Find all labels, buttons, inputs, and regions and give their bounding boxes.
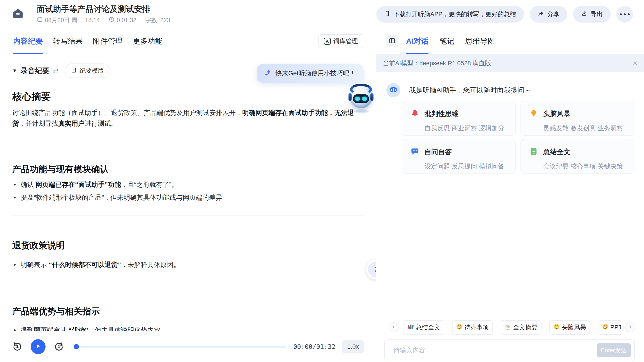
forward-1s-button[interactable]: 1 (54, 341, 64, 352)
share-icon (538, 10, 544, 18)
chevron-right-icon (628, 324, 632, 330)
bulb-icon (529, 109, 538, 119)
card-brainstorm[interactable]: 头脑风暴 灵感发散 激发创意 业务洞察 (520, 101, 634, 136)
chip-label: PPT大纲 (610, 323, 621, 332)
swap-icon: ⇄ (53, 67, 58, 75)
card-subtitle: 会议纪要 核心事项 关键决策 (543, 162, 626, 171)
chip-ppt-outline[interactable]: PPT大纲 (598, 320, 621, 335)
document-meta: 08月20日 周三 18:14 0:01:32 字数: 223 (37, 16, 170, 24)
chip-summarize-full[interactable]: 总结全文 (404, 320, 444, 335)
card-critical-thinking[interactable]: 批判性思维 自我反思 商业洞察 逻辑加分 (402, 101, 516, 136)
card-subtitle: 自我反思 商业洞察 逻辑加分 (424, 124, 507, 133)
duration-item: 0:01:32 (109, 16, 136, 24)
svg-text:1: 1 (58, 344, 60, 349)
bullet-item: 确认 网页端已存在“面试助手”功能，且“之前就有了”。 (12, 179, 364, 190)
playback-speed-button[interactable]: 1.0x (342, 340, 364, 354)
chips-scroll-right-button[interactable] (625, 322, 635, 332)
section-heading: 退货政策说明 (12, 240, 364, 250)
memo-icon (505, 324, 511, 332)
assistant-greeting: 我是听脑AI助手，您可以随时向我提问～ (376, 83, 644, 97)
home-logo-button[interactable] (12, 8, 24, 21)
download-icon (581, 10, 588, 18)
tab-notes[interactable]: 笔记 (440, 28, 454, 54)
card-title: 批判性思维 (424, 109, 458, 118)
model-banner: 当前AI模型：deepseek R1 0528 满血版 × (376, 54, 644, 72)
template-doc-icon (71, 67, 77, 75)
chip-full-abstract[interactable]: 全文摘要 (501, 320, 542, 335)
tips-tooltip[interactable]: 快来Get听脑使用小技巧吧！ (257, 64, 364, 83)
clock-icon (109, 16, 114, 24)
right-panel: AI对话 笔记 思维导图 当前AI模型：deepseek R1 0528 满血版… (376, 28, 644, 362)
robot-headphone-band (350, 84, 372, 95)
robot-ear-right (370, 93, 374, 101)
card-title: 自问自答 (424, 148, 452, 156)
header: 面试助手等产品讨论及测试安排 08月20日 周三 18:14 0:01:32 字… (0, 0, 644, 28)
rewind-1s-button[interactable]: 1 (12, 341, 23, 352)
share-label: 分享 (547, 10, 560, 18)
quick-prompt-chips: 总结全文 待办事项 全文摘要 头脑风暴 PPT大纲 (376, 320, 644, 335)
robot-ear-left (348, 93, 352, 101)
caret-down-icon: ▼ (12, 68, 17, 74)
tab-attachments[interactable]: 附件管理 (93, 28, 123, 54)
card-self-qa[interactable]: 自问自答 设定问题 反思提问 模拟问答 (402, 139, 516, 174)
download-app-button[interactable]: 下载打开听脑APP，更快的转写，更好的总结 (376, 6, 524, 22)
banner-close-button[interactable]: × (633, 59, 638, 67)
card-title: 头脑风暴 (543, 109, 570, 118)
sparkle-icon (264, 69, 272, 78)
divider (12, 284, 364, 284)
chevron-left-icon (391, 324, 396, 330)
seek-bar[interactable] (74, 346, 286, 348)
section-bullets: 提到网页端有其 “优势”，但未具体说明优势内容。 (12, 325, 364, 331)
chip-brainstorm[interactable]: 头脑风暴 (549, 320, 590, 335)
chip-todo[interactable]: 待办事项 (452, 320, 493, 335)
tab-mindmap[interactable]: 思维导图 (465, 28, 495, 54)
card-summarize[interactable]: 总结全文 会议纪要 核心事项 关键决策 (520, 139, 634, 174)
glossary-label: 词库管理 (334, 37, 358, 45)
word-count: 字数: 223 (145, 16, 170, 24)
bell-icon (410, 109, 419, 119)
summary-type-selector[interactable]: ▼ 录音纪要 ⇄ (12, 66, 58, 76)
glossary-manage-button[interactable]: 词库管理 (318, 34, 363, 48)
more-button[interactable] (616, 6, 633, 22)
export-label: 导出 (590, 10, 603, 18)
play-button[interactable] (31, 339, 46, 354)
robot-eye (355, 97, 360, 101)
tab-content-summary[interactable]: 内容纪要 (13, 28, 43, 54)
play-icon (35, 343, 42, 350)
chips-scroll-left-button[interactable] (388, 322, 399, 332)
card-title: 总结全文 (543, 148, 570, 156)
card-subtitle: 设定问题 反思提问 模拟问答 (424, 162, 507, 171)
summary-paragraph: 讨论围绕产品功能（面试助手）、退货政策、产品端优势及用户测试安排展开，明确网页端… (12, 107, 364, 129)
list-icon (529, 147, 538, 157)
page-title: 面试助手等产品讨论及测试安排 (37, 4, 170, 14)
tab-more-features[interactable]: 更多功能 (133, 28, 162, 54)
toggle-panel-button[interactable] (386, 35, 398, 47)
bullet-item: 提到网页端有其 “优势”，但未具体说明优势内容。 (12, 325, 364, 331)
card-subtitle: 灵感发散 激发创意 业务洞察 (543, 124, 626, 133)
tab-ai-chat[interactable]: AI对话 (406, 28, 428, 54)
tooltip-text: 快来Get听脑使用小技巧吧！ (276, 69, 356, 78)
section-heading: 产品端优势与相关指示 (12, 306, 364, 316)
more-dots-icon (620, 13, 630, 15)
phone-icon (384, 10, 390, 18)
smiley-icon (553, 324, 560, 332)
divider (12, 215, 364, 216)
share-button[interactable]: 分享 (530, 6, 567, 22)
export-button[interactable]: 导出 (573, 6, 611, 22)
chat-input[interactable] (394, 347, 597, 354)
right-tab-bar: AI对话 笔记 思维导图 (376, 28, 644, 54)
date-item: 08月20日 周三 18:14 (37, 16, 100, 24)
bullet-item: 提及“软件端那个板块的产品”，但未明确其具体功能或与网页端的差异。 (12, 192, 364, 203)
assistant-robot-avatar[interactable] (350, 86, 373, 112)
template-button[interactable]: 纪要模版 (64, 64, 110, 78)
chip-label: 总结全文 (416, 323, 440, 332)
tab-transcript[interactable]: 转写结果 (53, 28, 83, 54)
seek-handle[interactable] (74, 344, 79, 349)
left-tab-bar: 内容纪要 转写结果 附件管理 更多功能 词库管理 (0, 28, 376, 54)
chip-label: 待办事项 (464, 323, 489, 332)
ai-avatar (386, 83, 400, 97)
app-window: 面试助手等产品讨论及测试安排 08月20日 周三 18:14 0:01:32 字… (0, 0, 644, 362)
send-button[interactable]: Enter发送 (597, 344, 631, 358)
sidebar-layout-icon (388, 37, 396, 45)
duration-text: 0:01:32 (117, 17, 136, 24)
